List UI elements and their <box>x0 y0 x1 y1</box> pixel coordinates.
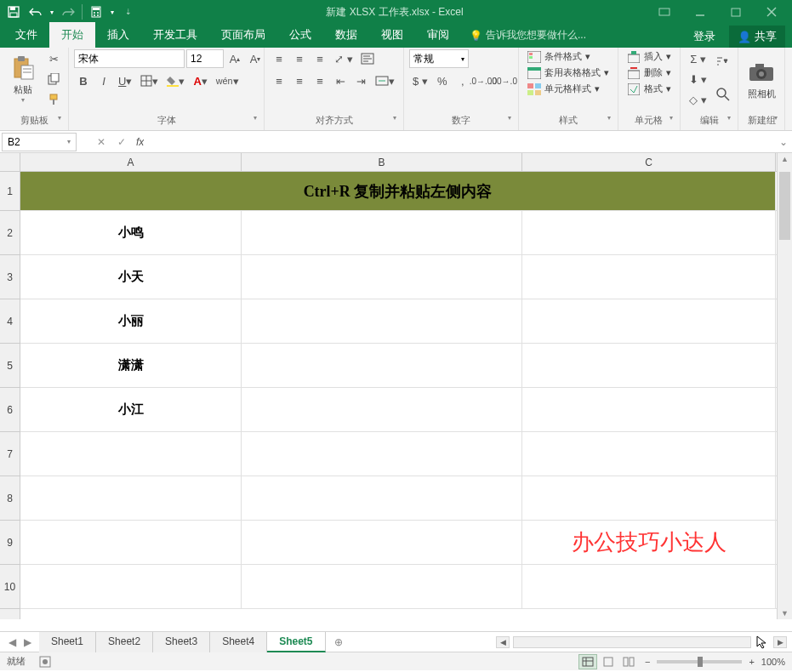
bold-button[interactable]: B <box>74 71 93 90</box>
qat-more[interactable]: ⇣ <box>118 2 139 22</box>
cell-a2[interactable]: 小鸣 <box>20 211 242 254</box>
macro-record-icon[interactable] <box>39 656 51 668</box>
increase-font-button[interactable]: A▴ <box>225 49 244 68</box>
camera-button[interactable]: 照相机 <box>744 49 779 109</box>
sheet-tab-2[interactable]: Sheet2 <box>96 632 153 652</box>
tab-view[interactable]: 视图 <box>369 22 415 48</box>
currency-button[interactable]: $ ▾ <box>409 71 431 90</box>
wrap-text-button[interactable] <box>358 49 377 68</box>
zoom-slider[interactable] <box>657 660 742 663</box>
hscroll-right[interactable]: ▶ <box>773 636 787 648</box>
conditional-format-button[interactable]: 条件格式 ▾ <box>524 49 613 64</box>
select-all-corner[interactable] <box>0 153 20 172</box>
cell-b3[interactable] <box>242 255 522 299</box>
cell-b5[interactable] <box>242 344 522 387</box>
align-top-button[interactable]: ≡ <box>270 49 288 68</box>
row-header-8[interactable]: 8 <box>0 476 20 521</box>
row-header-7[interactable]: 7 <box>0 432 20 476</box>
border-button[interactable]: ▾ <box>137 71 162 90</box>
zoom-level[interactable]: 100% <box>761 657 785 667</box>
zoom-thumb[interactable] <box>698 657 703 667</box>
vertical-scrollbar[interactable]: ▲ ▼ <box>777 153 792 619</box>
close-button[interactable] <box>755 2 789 22</box>
login-button[interactable]: 登录 <box>687 26 722 48</box>
cell-a1-merged[interactable]: Ctrl+R 复制并粘贴左侧内容 <box>20 172 776 210</box>
font-size-select[interactable] <box>186 49 224 68</box>
cell-a8[interactable] <box>20 476 242 520</box>
page-break-view-button[interactable] <box>619 654 638 669</box>
cell-b2[interactable] <box>242 211 522 254</box>
redo-button[interactable] <box>58 2 78 22</box>
hscroll-track[interactable] <box>513 636 751 648</box>
qat-customize[interactable]: ▾ <box>108 2 117 22</box>
tab-file[interactable]: 文件 <box>3 22 49 48</box>
phonetic-button[interactable]: wén ▾ <box>213 71 242 90</box>
row-header-3[interactable]: 3 <box>0 255 20 299</box>
delete-cells-button[interactable]: 删除 ▾ <box>624 65 675 80</box>
cell-a9[interactable] <box>20 521 242 564</box>
format-painter-button[interactable] <box>44 90 63 109</box>
col-header-b[interactable]: B <box>242 153 522 171</box>
decrease-indent-button[interactable]: ⇤ <box>331 71 350 90</box>
autosum-button[interactable]: Σ ▾ <box>686 49 711 68</box>
share-button[interactable]: 👤 共享 <box>729 26 785 48</box>
fill-button[interactable]: ⬇ ▾ <box>686 70 711 88</box>
cell-c5[interactable] <box>522 344 776 387</box>
align-center-button[interactable]: ≡ <box>290 71 309 90</box>
hscroll-left[interactable]: ◀ <box>496 636 510 648</box>
row-header-9[interactable]: 9 <box>0 521 20 565</box>
cell-c2[interactable] <box>522 211 776 254</box>
cell-b9[interactable] <box>242 521 522 564</box>
orientation-button[interactable]: ⤢ ▾ <box>331 49 356 68</box>
find-select-button[interactable] <box>714 80 732 109</box>
sort-filter-button[interactable] <box>714 49 732 78</box>
cell-styles-button[interactable]: 单元格样式 ▾ <box>524 82 613 96</box>
fill-color-button[interactable]: ▾ <box>163 71 188 90</box>
enter-formula-button[interactable]: ✓ <box>112 133 131 151</box>
copy-button[interactable] <box>44 70 63 88</box>
cell-c3[interactable] <box>522 255 776 299</box>
cells-container[interactable]: Ctrl+R 复制并粘贴左侧内容 小鸣 小天 小丽 潇潇 小江 <box>20 172 777 619</box>
cancel-formula-button[interactable]: ✕ <box>92 133 111 151</box>
tab-review[interactable]: 审阅 <box>415 22 461 48</box>
clear-button[interactable]: ◇ ▾ <box>686 90 711 109</box>
align-middle-button[interactable]: ≡ <box>290 49 309 68</box>
tab-insert[interactable]: 插入 <box>95 22 141 48</box>
merge-button[interactable]: ▾ <box>372 71 398 90</box>
increase-indent-button[interactable]: ⇥ <box>351 71 370 90</box>
col-header-c[interactable]: C <box>522 153 776 171</box>
col-header-a[interactable]: A <box>20 153 242 171</box>
underline-button[interactable]: U ▾ <box>115 71 135 90</box>
format-table-button[interactable]: 套用表格格式 ▾ <box>524 65 613 80</box>
insert-cells-button[interactable]: 插入 ▾ <box>624 49 675 64</box>
row-header-6[interactable]: 6 <box>0 388 20 432</box>
cell-b10[interactable] <box>242 565 522 608</box>
zoom-out-button[interactable]: − <box>645 657 650 667</box>
cell-c8[interactable] <box>522 476 776 520</box>
page-layout-view-button[interactable] <box>599 654 618 669</box>
qat-calc-button[interactable] <box>86 2 106 22</box>
sheet-tab-4[interactable]: Sheet4 <box>210 632 267 652</box>
cell-a7[interactable] <box>20 432 242 476</box>
cell-a4[interactable]: 小丽 <box>20 299 242 343</box>
fx-icon[interactable]: fx <box>136 136 144 148</box>
align-left-button[interactable]: ≡ <box>270 71 288 90</box>
ribbon-display-button[interactable] <box>647 2 681 22</box>
minimize-button[interactable] <box>683 2 717 22</box>
tab-data[interactable]: 数据 <box>323 22 369 48</box>
italic-button[interactable]: I <box>94 71 113 90</box>
number-format-select[interactable]: 常规▾ <box>409 49 469 68</box>
sheet-tab-3[interactable]: Sheet3 <box>153 632 210 652</box>
font-name-select[interactable] <box>74 49 185 68</box>
formula-input[interactable] <box>144 133 775 151</box>
save-button[interactable] <box>3 2 24 22</box>
sheet-tab-1[interactable]: Sheet1 <box>39 632 96 652</box>
undo-dropdown[interactable]: ▾ <box>48 2 56 22</box>
decrease-decimal-button[interactable]: .00→.0 <box>494 71 513 90</box>
sheet-nav-prev[interactable]: ◀ <box>5 636 19 648</box>
cell-c7[interactable] <box>522 432 776 476</box>
expand-formula-bar[interactable]: ⌄ <box>775 136 792 148</box>
cell-c9-watermark[interactable]: 办公技巧小达人 <box>522 521 776 564</box>
cell-a5[interactable]: 潇潇 <box>20 344 242 387</box>
maximize-button[interactable] <box>719 2 753 22</box>
